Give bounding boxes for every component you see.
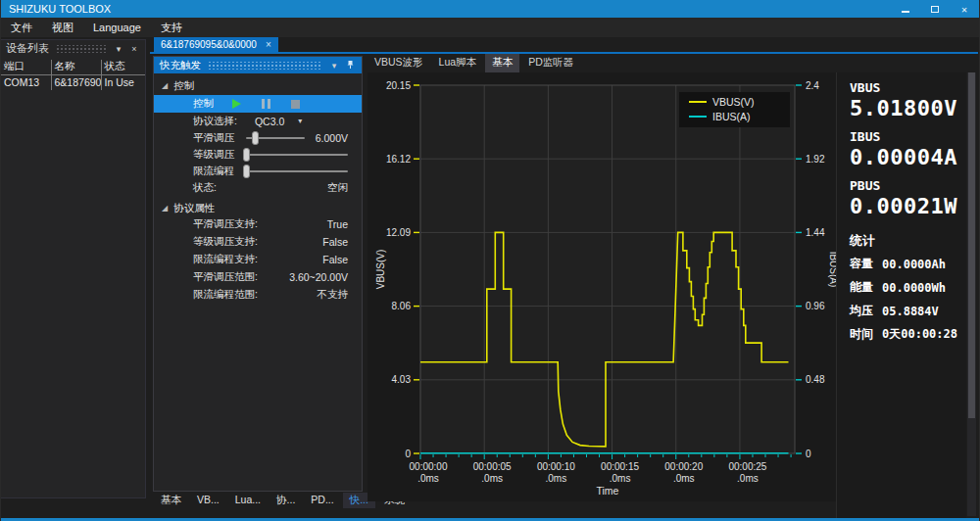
control-section-header[interactable]: ◢ 控制 <box>154 78 362 93</box>
menu-support[interactable]: 支持 <box>151 18 192 37</box>
vbus-label: VBUS <box>850 80 966 95</box>
column-header-port[interactable]: 端口 <box>1 60 51 74</box>
close-icon: ✕ <box>961 4 967 15</box>
trigger-pane-header[interactable]: 快充触发 ▾ <box>154 57 362 73</box>
svg-text:0: 0 <box>405 449 411 459</box>
tab-protocol[interactable]: 协... <box>270 493 302 508</box>
svg-text:00:00:25.0ms: 00:00:25.0ms <box>728 461 766 484</box>
smooth-voltage-label: 平滑调压 <box>193 131 234 145</box>
protocol-label: 协议选择: <box>193 115 237 128</box>
prop-label: 平滑调压范围: <box>193 270 258 284</box>
view-tabs: VBUS波形 Lua脚本 基本 PD监听器 <box>368 55 580 72</box>
menu-file[interactable]: 文件 <box>1 18 42 37</box>
svg-text:12.09: 12.09 <box>386 227 411 238</box>
document-tab-label: 6&18769095&0&0000 <box>161 39 257 50</box>
level-voltage-slider[interactable] <box>246 154 348 156</box>
pane-drag-texture <box>208 62 321 70</box>
slider-thumb[interactable] <box>252 131 259 145</box>
tab-vbus-waveform[interactable]: VBUS波形 <box>368 54 430 72</box>
panel-menu-button[interactable]: ▾ <box>113 44 124 54</box>
document-tab[interactable]: 6&18769095&0&0000 × <box>154 37 278 52</box>
ibus-readout: IBUS 0.00004A <box>850 129 966 169</box>
column-header-name[interactable]: 名称 <box>51 60 101 74</box>
svg-text:00:00:05.0ms: 00:00:05.0ms <box>473 461 512 484</box>
pause-icon <box>262 99 270 109</box>
tab-pd[interactable]: PD... <box>304 493 340 508</box>
readouts-panel: VBUS 5.01800V IBUS 0.00004A PBUS 0.00021… <box>836 72 966 518</box>
svg-text:16.12: 16.12 <box>386 154 411 165</box>
stop-button[interactable] <box>288 97 302 111</box>
prop-row: 等级调压支持: False <box>154 233 362 251</box>
prop-label: 限流编程支持: <box>193 253 258 266</box>
prop-value: 3.60~20.00V <box>289 271 348 283</box>
chevron-down-icon[interactable]: ▾ <box>298 117 302 125</box>
time-value: 0天00:00:28 <box>882 326 957 343</box>
pause-button[interactable] <box>259 97 272 111</box>
svg-text:00:00:20.0ms: 00:00:20.0ms <box>664 461 703 484</box>
tab-pd-monitor[interactable]: PD监听器 <box>521 54 580 72</box>
menu-view[interactable]: 视图 <box>42 18 83 37</box>
svg-text:4.03: 4.03 <box>392 374 412 385</box>
vbus-readout: VBUS 5.01800V <box>850 80 966 120</box>
tab-lua-script[interactable]: Lua脚本 <box>432 54 484 72</box>
minimize-icon <box>902 11 909 13</box>
svg-text:00:00:10.0ms: 00:00:10.0ms <box>537 461 575 484</box>
pane-menu-button[interactable]: ▾ <box>328 61 340 71</box>
close-button[interactable]: ✕ <box>950 0 979 18</box>
device-name: 6&18769095&0&0000 <box>51 74 101 90</box>
current-limit-label: 限流编程 <box>193 165 234 178</box>
protocol-select[interactable]: QC3.0 <box>255 116 284 127</box>
slider-thumb[interactable] <box>243 165 250 178</box>
minimize-button[interactable] <box>891 0 920 18</box>
slider-thumb[interactable] <box>243 148 250 162</box>
status-row: 状态: 空闲 <box>154 179 362 196</box>
current-limit-slider[interactable] <box>246 170 348 172</box>
chart-container: 04.038.0612.0916.1220.1500.480.961.441.9… <box>368 72 836 501</box>
document-tab-close-icon[interactable]: × <box>266 39 271 50</box>
control-row[interactable]: 控制 <box>154 95 362 113</box>
x-axis-title: Time <box>597 485 619 497</box>
smooth-voltage-value: 6.000V <box>305 132 348 144</box>
prop-row: 限流编程范围: 不支持 <box>154 286 362 304</box>
prop-row: 平滑调压范围: 3.60~20.00V <box>154 268 362 286</box>
pane-pin-button[interactable] <box>344 60 356 71</box>
protocol-props-section-header[interactable]: ◢ 协议属性 <box>154 201 362 215</box>
svg-text:1.44: 1.44 <box>806 227 825 238</box>
ibus-label: IBUS <box>850 129 966 144</box>
panel-close-button[interactable]: × <box>128 44 140 54</box>
play-button[interactable] <box>229 97 243 111</box>
svg-text:2.4: 2.4 <box>806 80 819 91</box>
values-scrollbar[interactable] <box>967 72 976 516</box>
device-table: 端口 名称 状态 COM13 6&18769095&0&0000 In Use <box>1 60 145 90</box>
svg-text:IBUS(A): IBUS(A) <box>712 111 751 122</box>
pbus-readout: PBUS 0.00021W <box>850 178 966 218</box>
smooth-voltage-slider[interactable] <box>246 137 305 139</box>
maximize-button[interactable] <box>920 0 950 18</box>
energy-value: 00.0000Wh <box>882 281 946 295</box>
svg-text:0.48: 0.48 <box>806 374 825 385</box>
scrollbar-thumb[interactable] <box>968 72 975 418</box>
energy-label: 能量 <box>850 279 879 296</box>
menu-language[interactable]: Language <box>83 18 151 37</box>
device-list-panel: 设备列表 ▾ × 端口 名称 状态 COM13 6&18769095&0&000… <box>1 39 146 498</box>
column-header-status[interactable]: 状态 <box>101 60 145 74</box>
stat-time: 时间 0天00:00:28 <box>850 326 966 343</box>
tab-basic-view[interactable]: 基本 <box>485 54 519 72</box>
tab-vb[interactable]: VB... <box>190 493 226 508</box>
stat-energy: 能量 00.0000Wh <box>850 279 966 296</box>
svg-text:1.92: 1.92 <box>806 154 825 165</box>
maximize-icon <box>931 6 939 13</box>
tab-basic[interactable]: 基本 <box>154 493 188 508</box>
svg-text:VBUS(V): VBUS(V) <box>712 96 755 108</box>
prop-value: 不支持 <box>318 288 349 302</box>
status-value: 空闲 <box>327 181 348 195</box>
device-row[interactable]: COM13 6&18769095&0&0000 In Use <box>1 74 145 90</box>
avg-voltage-label: 均压 <box>850 303 879 319</box>
protocol-props-section-label: 协议属性 <box>173 202 215 215</box>
title-bar: SHIZUKU TOOLBOX ✕ <box>1 0 979 18</box>
expander-icon: ◢ <box>162 204 168 213</box>
tab-lua[interactable]: Lua... <box>228 493 268 508</box>
app-title: SHIZUKU TOOLBOX <box>9 3 111 15</box>
control-section-label: 控制 <box>173 79 194 93</box>
prop-label: 平滑调压支持: <box>193 217 258 231</box>
